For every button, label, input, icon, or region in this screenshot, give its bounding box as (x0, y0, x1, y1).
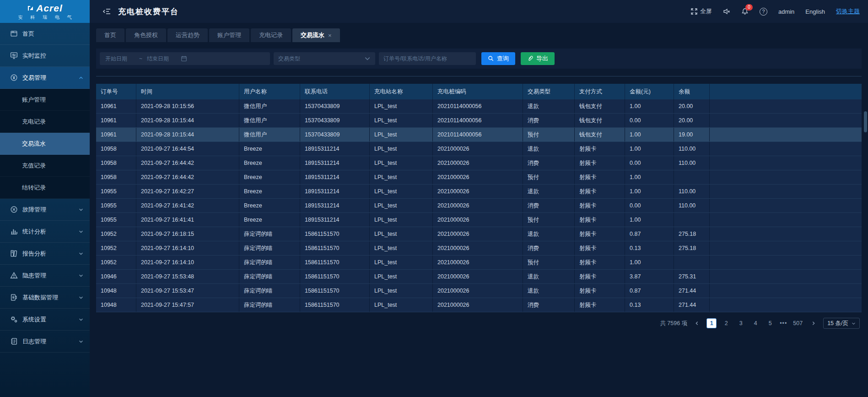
table-row[interactable]: 109582021-09-27 16:44:42Breeze1891531121… (96, 156, 862, 170)
calendar-icon (181, 55, 187, 62)
table-row[interactable]: 109482021-09-27 15:47:57薛定谔的喵15861151570… (96, 298, 862, 312)
table-cell: 15370433809 (300, 99, 370, 113)
tab-operation-trends[interactable]: 运营趋势 (167, 28, 208, 42)
table-cell: 2021-09-27 16:14:10 (136, 241, 239, 255)
page-button-1[interactable]: 1 (706, 318, 717, 328)
fullscreen-button[interactable]: 全屏 (690, 7, 712, 16)
start-date-input[interactable] (105, 55, 135, 62)
sidebar-item-label: 基础数据管理 (22, 294, 58, 302)
username: admin (778, 8, 794, 15)
sidebar-item-account-management[interactable]: 账户管理 (0, 89, 90, 111)
table-row[interactable]: 109612021-09-28 10:15:44微信用户15370433809L… (96, 128, 862, 142)
end-date-input[interactable] (147, 55, 176, 62)
fullscreen-label: 全屏 (700, 7, 712, 16)
scrollbar-thumb[interactable] (864, 111, 867, 132)
brand-name: Acrel (36, 3, 63, 14)
sidebar-item-report-analysis[interactable]: 报告分析 (0, 243, 90, 265)
theme-switch-link[interactable]: 切换主题 (836, 7, 860, 16)
table-cell: 退款 (523, 227, 575, 241)
page-button-2[interactable]: 2 (721, 318, 731, 328)
language-switch[interactable]: English (805, 8, 825, 15)
column-header-filler (710, 84, 862, 99)
fullscreen-icon (690, 8, 698, 15)
table-cell-filler (710, 298, 862, 312)
sidebar-item-transaction-flow[interactable]: 交易流水 (0, 133, 90, 155)
tab-account-management[interactable]: 账户管理 (209, 28, 249, 42)
page-button-5[interactable]: 5 (765, 318, 775, 328)
table-row[interactable]: 109582021-09-27 16:44:42Breeze1891531121… (96, 170, 862, 185)
tab-label: 角色授权 (134, 31, 158, 39)
table-cell: 10958 (96, 156, 136, 170)
table-header-row: 订单号 时间 用户名称 联系电话 充电站名称 充电桩编码 交易类型 支付方式 金… (96, 84, 862, 99)
table-cell: 消费 (523, 241, 575, 255)
page-button-3[interactable]: 3 (736, 318, 746, 328)
page-button-4[interactable]: 4 (750, 318, 760, 328)
sidebar-item-monitor[interactable]: 实时监控 (0, 45, 90, 67)
table-cell-filler (710, 185, 862, 198)
tab-charging-records[interactable]: 充电记录 (251, 28, 291, 42)
table-cell: 275.18 (674, 227, 710, 241)
table-row[interactable]: 109522021-09-27 16:14:10薛定谔的喵15861151570… (96, 241, 862, 256)
table-cell: 271.44 (674, 284, 710, 298)
table-row[interactable]: 109552021-09-27 16:41:42Breeze1891531121… (96, 199, 862, 213)
table-row[interactable]: 109612021-09-28 10:15:56微信用户15370433809L… (96, 99, 862, 114)
sidebar-item-system-settings[interactable]: 系统设置 (0, 309, 90, 331)
user-menu[interactable]: admin (778, 8, 794, 15)
page-button-last[interactable]: 507 (792, 318, 804, 328)
page-size-select[interactable]: 15 条/页 (823, 318, 860, 329)
table-cell-filler (710, 128, 862, 141)
vertical-scrollbar[interactable] (864, 111, 867, 340)
transaction-type-select[interactable]: 交易类型 (274, 52, 375, 65)
brand-logo: Acrel 安 科 瑞 电 气 (0, 0, 90, 23)
table-row[interactable]: 109552021-09-27 16:41:41Breeze1891531121… (96, 213, 862, 227)
notifications-button[interactable]: 0 (741, 8, 749, 15)
close-icon[interactable] (328, 32, 332, 39)
sidebar-item-statistics[interactable]: 统计分析 (0, 221, 90, 243)
table-cell: 15370433809 (300, 128, 370, 141)
table-cell: 1.00 (625, 185, 674, 198)
stats-icon (10, 228, 18, 235)
keyword-search-field[interactable] (379, 52, 476, 65)
table-row[interactable]: 109612021-09-28 10:15:44微信用户15370433809L… (96, 114, 862, 128)
sidebar-item-hazard-management[interactable]: 隐患管理 (0, 265, 90, 287)
tab-label: 充电记录 (259, 31, 283, 39)
table-cell-filler (710, 284, 862, 298)
sidebar-item-fault-management[interactable]: 故障管理 (0, 199, 90, 221)
table-row[interactable]: 109522021-09-27 16:18:15薛定谔的喵15861151570… (96, 227, 862, 241)
help-button[interactable]: ? (760, 8, 767, 16)
table-cell: 2021-09-27 15:47:57 (136, 298, 239, 312)
table-row[interactable]: 109482021-09-27 15:53:47薛定谔的喵15861151570… (96, 284, 862, 298)
sidebar-item-transactions[interactable]: 交易管理 (0, 67, 90, 89)
export-button[interactable]: 导出 (521, 52, 555, 65)
table-cell: 10961 (96, 128, 136, 141)
date-range-picker[interactable]: ~ (100, 52, 270, 65)
pagination-ellipsis[interactable]: ••• (780, 320, 787, 326)
table-cell: 2021000026 (433, 213, 523, 227)
next-page-button[interactable] (809, 318, 819, 328)
sidebar-item-carryover-records[interactable]: 结转记录 (0, 177, 90, 199)
sidebar-item-home[interactable]: 首页 (0, 23, 90, 45)
query-button[interactable]: 查询 (481, 52, 515, 65)
sidebar-item-log-management[interactable]: 日志管理 (0, 331, 90, 353)
tab-home[interactable]: 首页 (96, 28, 124, 42)
prev-page-button[interactable] (692, 318, 702, 328)
keyword-input[interactable] (379, 55, 476, 62)
mute-button[interactable] (723, 8, 730, 15)
collapse-menu-icon[interactable] (102, 7, 112, 16)
sidebar-item-basic-data[interactable]: 基础数据管理 (0, 287, 90, 309)
table-cell: 15861151570 (300, 241, 370, 255)
tab-role-authorization[interactable]: 角色授权 (126, 28, 166, 42)
table-body: 109612021-09-28 10:15:56微信用户15370433809L… (96, 99, 862, 312)
table-row[interactable]: 109522021-09-27 16:14:10薛定谔的喵15861151570… (96, 256, 862, 270)
sidebar-item-charging-records[interactable]: 充电记录 (0, 111, 90, 133)
acrel-logo-icon (27, 5, 34, 12)
table-cell: 钱包支付 (575, 128, 625, 141)
table-cell: 2021-09-27 16:18:15 (136, 227, 239, 241)
sidebar-item-label: 隐患管理 (22, 272, 46, 280)
table-cell: 15861151570 (300, 284, 370, 298)
sidebar-item-recharge-records[interactable]: 充值记录 (0, 155, 90, 177)
table-row[interactable]: 109582021-09-27 16:44:54Breeze1891531121… (96, 142, 862, 156)
table-row[interactable]: 109462021-09-27 15:53:48薛定谔的喵15861151570… (96, 270, 862, 284)
tab-transaction-flow[interactable]: 交易流水 (292, 28, 340, 42)
table-row[interactable]: 109552021-09-27 16:42:27Breeze1891531121… (96, 185, 862, 199)
